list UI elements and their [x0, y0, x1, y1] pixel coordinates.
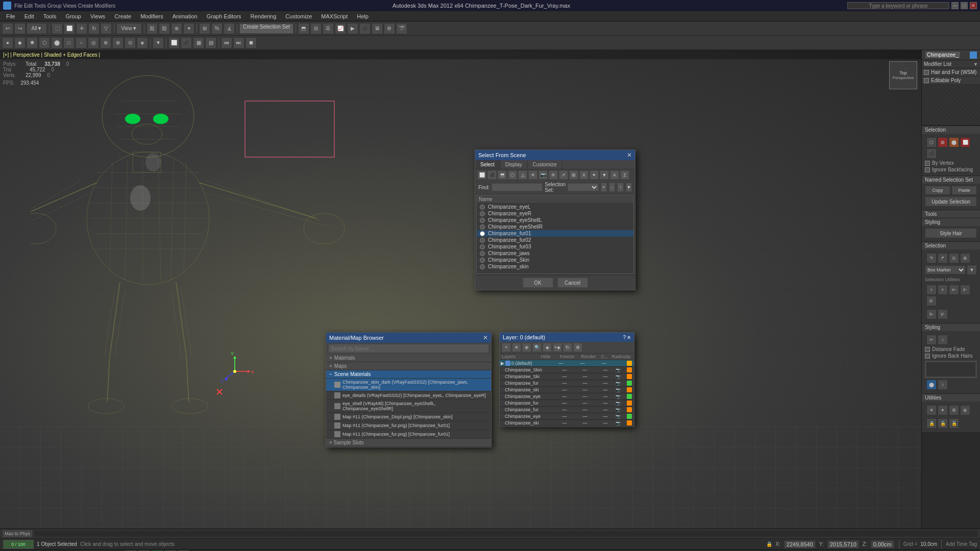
menu-animation[interactable]: Animation [168, 12, 202, 20]
viewport[interactable]: [+] | Perspective | Shaded + Edged Faces… [0, 50, 921, 529]
layer-panel-help[interactable]: ? [623, 335, 626, 340]
list-item[interactable]: Chimpanzee_fur02 [477, 237, 633, 243]
tb-align[interactable]: ⊟ [310, 23, 322, 34]
sel-border[interactable]: ⬤ [949, 137, 959, 147]
list-item[interactable]: Chimpanzee_eyeShellL [477, 217, 633, 223]
max-to-phys-btn[interactable]: Max to Phys [2, 530, 33, 538]
tb-render2[interactable]: ⬛ [359, 23, 371, 34]
tb-link[interactable]: ⛓ [146, 23, 158, 34]
tb2-sel8[interactable]: ◎ [88, 37, 99, 48]
mat-section-maps[interactable]: + Maps [326, 362, 491, 370]
material-search[interactable] [328, 344, 489, 353]
modifier-checkbox[interactable] [924, 70, 929, 75]
layer-item-1[interactable]: Chimpanzee_Ski — — — 📷 [500, 373, 634, 380]
sel-set-btn1[interactable]: + [601, 183, 607, 192]
layer-item-8[interactable]: Chimpanzee_ski — — — 📷 [500, 420, 634, 427]
layer-item-6[interactable]: Chimpanzee_fur — — — 📷 [500, 407, 634, 413]
util-btn5[interactable]: 🔒 [926, 418, 937, 429]
mat-section-materials[interactable]: + Materials [326, 354, 491, 362]
tb2-sel9[interactable]: ⊕ [100, 37, 111, 48]
tb-render[interactable]: ▶ [347, 23, 358, 34]
style-hair-btn[interactable]: Style Hair [925, 228, 977, 238]
rollout-named-sel-header[interactable]: Named Selection Set [922, 176, 980, 184]
by-vertex-checkbox[interactable] [925, 161, 930, 166]
sel-util-6[interactable]: ⊫ [926, 309, 937, 319]
sel2-btn3[interactable]: ⊙ [949, 253, 959, 263]
rollout-selection2-header[interactable]: Selection [922, 242, 980, 249]
sel2-btn2[interactable]: ↱ [938, 253, 948, 263]
tb2-sel1[interactable]: ● [2, 37, 13, 48]
rollout-styling-header[interactable]: Styling [922, 218, 980, 226]
mat-item-3[interactable]: Map #11 (Chimpanzee_Displ.png) [Chimpanz… [326, 413, 491, 421]
object-color-swatch[interactable] [970, 52, 977, 59]
time-display[interactable]: 0 / 100 [3, 540, 34, 549]
item-radio[interactable] [480, 211, 485, 216]
menu-help[interactable]: Help [353, 12, 373, 20]
material-browser-close[interactable]: ✕ [483, 334, 488, 341]
selection-set-dropdown[interactable] [568, 183, 598, 191]
tb2-display3[interactable]: ▦ [193, 37, 204, 48]
x-coord[interactable]: 2249,8540 [784, 540, 816, 548]
dtb-none[interactable]: ⬛ [487, 170, 497, 180]
item-radio[interactable] [480, 258, 485, 263]
menu-customize[interactable]: Customize [281, 12, 316, 20]
menu-edit[interactable]: Edit [20, 12, 38, 20]
paste-btn[interactable]: Paste [951, 186, 977, 195]
menu-views[interactable]: Views [86, 12, 109, 20]
tb2-sel2[interactable]: ◆ [14, 37, 26, 48]
item-radio[interactable] [480, 205, 485, 210]
layer-default[interactable]: ▶ 0 (default) — — — [500, 360, 634, 367]
layer-item-5[interactable]: Chimpanzee_fur — — — 📷 [500, 400, 634, 407]
sel-util-7[interactable]: ⊬ [938, 309, 948, 319]
lp-btn-update[interactable]: ↻ [563, 343, 572, 352]
item-radio[interactable] [480, 244, 485, 249]
dtb-all[interactable]: ⬜ [477, 170, 486, 180]
dtb-sort1[interactable]: A [610, 170, 619, 180]
tb-angle-snap[interactable]: ∡ [224, 23, 235, 34]
sty-btn3[interactable]: ○ [938, 380, 948, 390]
tb2-display1[interactable]: ⬜ [168, 37, 180, 48]
dialog-cancel-btn[interactable]: Cancel [557, 278, 588, 288]
modifier-list-dropdown[interactable]: Modifier List ▼ [922, 60, 980, 68]
list-item[interactable]: Chimpanzee_eyeShellR [477, 223, 633, 230]
mat-item-2[interactable]: eye_shell (VRayMtl) [Chimpanzee_eyeShell… [326, 400, 491, 413]
sty-btn-active[interactable]: ⬤ [926, 380, 937, 390]
list-item[interactable]: Chimpanzee_jaws [477, 250, 633, 257]
sty-btn1[interactable]: ✂ [926, 335, 937, 345]
tb2-sel4[interactable]: ⬡ [39, 37, 50, 48]
tb2-sel5[interactable]: ⬤ [51, 37, 62, 48]
list-item-fur01[interactable]: Chimpanzee_fur01 [477, 230, 633, 237]
lp-btn-add-sel[interactable]: +◈ [553, 343, 562, 352]
dtb-groups[interactable]: ⊞ [569, 170, 578, 180]
tb-layer[interactable]: ☰ [323, 23, 334, 34]
mat-item-0[interactable]: Chimpanzee_skin_dark (VRayFastSSS2) [Chi… [326, 379, 491, 391]
item-radio[interactable] [480, 264, 485, 269]
dtb-cameras[interactable]: 📷 [538, 170, 548, 180]
item-radio[interactable] [480, 224, 485, 230]
update-selection-btn[interactable]: Update Selection [925, 196, 977, 207]
sel-poly[interactable]: ⬜ [960, 137, 970, 147]
dtb-helpers[interactable]: ✛ [549, 170, 558, 180]
item-radio[interactable] [480, 238, 485, 243]
util-btn7[interactable]: 🔓 [949, 418, 959, 429]
mat-item-5[interactable]: Map #11 (Chimpanzee_fur.png) [Chimpanzee… [326, 430, 491, 439]
dialog-tab-display[interactable]: Display [500, 160, 528, 169]
tb-bone[interactable]: ✦ [183, 23, 194, 34]
tb2-sel11[interactable]: ⊙ [125, 37, 136, 48]
layer-item-3[interactable]: Chimpanzee_ski — — — 📷 [500, 387, 634, 393]
util-btn1[interactable]: ☀ [926, 405, 937, 415]
dtb-xref[interactable]: X [579, 170, 589, 180]
item-radio[interactable] [480, 251, 485, 256]
menu-group[interactable]: Group [61, 12, 85, 20]
tb-render4[interactable]: ⚙ [384, 23, 395, 34]
sel-util-3[interactable]: ⊨ [949, 285, 959, 295]
z-coord[interactable]: 0,00cm [871, 540, 894, 548]
tb2-filter[interactable]: ▼ [153, 37, 164, 48]
sel-vertex[interactable]: ⬡ [926, 137, 937, 147]
tb2-sel6[interactable]: □ [63, 37, 75, 48]
viewport-nav-cube[interactable]: TopPerspective [889, 61, 917, 89]
sel-element[interactable]: ⬛ [926, 148, 937, 159]
list-item[interactable]: Chimpanzee_eyeL [477, 204, 633, 210]
util-btn3[interactable]: ⚙ [949, 405, 959, 415]
dtb-shapes[interactable]: △ [518, 170, 527, 180]
